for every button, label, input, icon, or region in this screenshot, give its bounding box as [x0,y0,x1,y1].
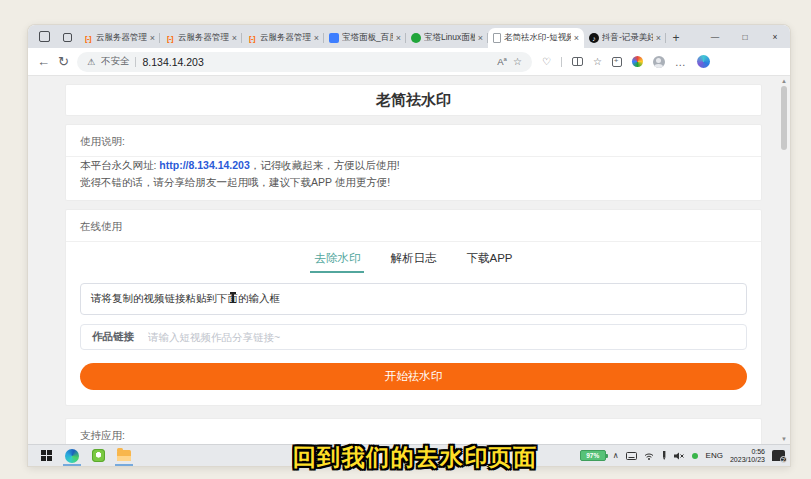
aliyun-favicon-icon: [-] [165,33,175,43]
page-title: 老简祛水印 [65,84,762,116]
wifi-icon[interactable] [644,452,654,460]
refresh-icon[interactable]: ↻ [58,55,69,68]
extensions-icon[interactable] [632,56,643,67]
start-remove-watermark-button[interactable]: 开始祛水印 [80,363,747,390]
tab-close-icon[interactable]: × [478,33,483,43]
baota-favicon-icon [329,33,339,43]
tab-close-icon[interactable]: × [314,33,319,43]
window-controls: — □ × [700,25,790,48]
windows-logo-icon [41,450,52,461]
settings-menu-icon[interactable]: … [675,56,687,68]
video-link-input[interactable] [148,331,735,343]
scroll-up-icon[interactable]: ▲ [780,78,788,84]
browser-tab[interactable]: [-]云服务器管理× [242,28,324,48]
language-indicator[interactable]: ENG [706,451,723,460]
douyin-favicon-icon: ♪ [589,33,599,43]
online-tab[interactable]: 下载APP [466,251,512,273]
minimize-button[interactable]: — [700,25,730,48]
tab-list: [-]云服务器管理×[-]云服务器管理×[-]云服务器管理×宝塔面板_百度×宝塔… [78,25,666,48]
taskbar-time: 0:56 [751,448,765,455]
new-tab-button[interactable]: + [666,28,686,48]
page-content: 老简祛水印 使用说明: 本平台永久网址: http://8.134.14.203… [28,76,790,444]
hidden-icons-chevron[interactable]: ∧ [613,451,619,460]
taskbar-date: 2023/10/23 [730,456,765,463]
battery-indicator: 97% [580,450,606,461]
usage-heading: 使用说明: [80,132,747,156]
browser-tab[interactable]: 宝塔面板_百度× [324,28,406,48]
url-text[interactable]: 8.134.14.203 [142,56,491,68]
browser-toolbar: ← ↻ ⚠ 不安全 8.134.14.203 Aa ☆ ♡ ☆ … [28,48,790,76]
touch-keyboard-icon[interactable] [626,452,637,460]
usage-card: 使用说明: 本平台永久网址: http://8.134.14.203，记得收藏起… [65,124,762,201]
page-scrollbar[interactable]: ▲ ▼ [780,78,788,442]
browser-tab[interactable]: ♪抖音-记录美好生活× [584,28,666,48]
tab-strip: [-]云服务器管理×[-]云服务器管理×[-]云服务器管理×宝塔面板_百度×宝塔… [28,25,790,48]
tab-title: 云服务器管理 [260,32,311,44]
aliyun-favicon-icon: [-] [83,33,93,43]
back-icon[interactable]: ← [37,55,50,68]
green-status-icon[interactable] [691,452,699,460]
scroll-down-icon[interactable]: ▼ [780,436,788,442]
taskbar-edge-icon[interactable] [59,445,85,466]
notification-badge: 2 [780,456,787,463]
video-subtitle: 回到我们的去水印页面 [293,442,538,473]
tab-close-icon[interactable]: × [232,33,237,43]
aliyun-favicon-icon: [-] [247,33,257,43]
browser-tab[interactable]: 老简祛水印-短视频× [488,28,584,48]
profile-avatar[interactable] [653,56,665,68]
favorites-icon[interactable]: ☆ [593,56,602,67]
browser-tab[interactable]: 宝塔Linux面板× [406,28,488,48]
browser-window: [-]云服务器管理×[-]云服务器管理×[-]云服务器管理×宝塔面板_百度×宝塔… [28,25,790,466]
read-aloud-icon[interactable]: Aa [497,56,507,67]
usage-line-1: 本平台永久网址: http://8.134.14.203，记得收藏起来，方便以后… [80,157,747,174]
browser-essentials-icon[interactable]: ♡ [542,56,551,67]
speaker-icon[interactable] [674,452,684,460]
tab-actions-icon[interactable] [58,28,76,46]
pen-icon[interactable] [661,451,667,460]
link-field-row: 作品链接 [80,324,747,350]
tab-title: 云服务器管理 [178,32,229,44]
tab-close-icon[interactable]: × [574,33,579,43]
browser-tab[interactable]: [-]云服务器管理× [160,28,242,48]
permanent-url-link[interactable]: http://8.134.14.203 [159,159,249,171]
start-button[interactable] [33,445,59,466]
browser-tab[interactable]: [-]云服务器管理× [78,28,160,48]
not-secure-warning-icon: ⚠ [87,57,95,67]
collections-icon[interactable] [612,57,622,67]
security-label: 不安全 [101,55,130,68]
online-tab[interactable]: 去除水印 [314,251,360,273]
close-button[interactable]: × [760,25,790,48]
online-heading: 在线使用 [80,217,747,241]
supported-apps-card: 支持应用: ♪▶▶d●▶●Q%▶■▶X■A●K▶●tll●○A●B●1.●◆♪▶… [65,418,762,444]
tab-close-icon[interactable]: × [150,33,155,43]
tab-title: 云服务器管理 [96,32,147,44]
tab-close-icon[interactable]: × [656,33,661,43]
baota-linux-favicon-icon [411,33,421,43]
online-tab[interactable]: 解析日志 [390,251,436,273]
online-use-card: 在线使用 去除水印解析日志下载APP 请将复制的视频链接粘贴到下面的输入框 作品… [65,209,762,406]
tab-close-icon[interactable]: × [396,33,401,43]
system-tray: 97% ∧ ENG 0:56 2023/10/23 2 [580,448,785,464]
copilot-icon[interactable] [697,55,710,68]
clock[interactable]: 0:56 2023/10/23 [730,448,765,464]
tab-title: 抖音-记录美好生活 [602,32,653,44]
taskbar-remote-app-icon[interactable] [85,445,111,466]
tab-title: 宝塔Linux面板 [424,32,475,44]
action-center-icon[interactable]: 2 [772,450,785,461]
link-field-label: 作品链接 [92,330,134,344]
doc-favicon-icon [493,33,501,43]
maximize-button[interactable]: □ [730,25,760,48]
text-cursor-icon [232,292,234,303]
split-screen-icon[interactable] [572,57,583,66]
usage-line-2: 觉得不错的话，请分享给朋友一起用哦，建议下载APP 使用更方便! [80,174,747,191]
favorite-star-icon[interactable]: ☆ [513,56,522,67]
tab-title: 老简祛水印-短视频 [504,32,571,44]
scrollbar-thumb[interactable] [781,86,787,150]
workspaces-icon[interactable] [36,28,54,46]
tab-title: 宝塔面板_百度 [342,32,393,44]
taskbar-explorer-icon[interactable] [111,445,137,466]
paste-hint: 请将复制的视频链接粘贴到下面的输入框 [80,283,747,315]
video-frame: [-]云服务器管理×[-]云服务器管理×[-]云服务器管理×宝塔面板_百度×宝塔… [0,0,811,479]
toolbar-actions: ♡ ☆ … [542,55,710,68]
address-bar[interactable]: ⚠ 不安全 8.134.14.203 Aa ☆ [77,52,532,72]
